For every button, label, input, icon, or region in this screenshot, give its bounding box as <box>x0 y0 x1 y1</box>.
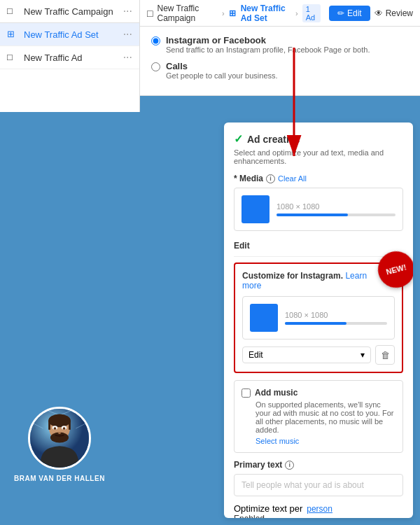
campaign-icon: □ <box>7 6 18 17</box>
sidebar-campaign-label: New Traffic Campaign <box>24 6 113 17</box>
breadcrumb-adset: ⊞ New Traffic Ad Set <box>229 4 291 23</box>
customize-progress-bar <box>285 322 387 325</box>
adset-more-button[interactable]: ··· <box>123 29 132 40</box>
sidebar-ad-label: New Traffic Ad <box>24 52 83 63</box>
sidebar-item-ad[interactable]: □ New Traffic Ad ··· <box>0 46 139 69</box>
calls-radio-desc: Get people to call your business. <box>166 71 278 80</box>
adset-icon-breadcrumb: ⊞ <box>229 8 236 18</box>
avatar-name: BRAM VAN DER HALLEN <box>14 474 105 483</box>
svg-point-14 <box>54 427 57 430</box>
customize-media-dimensions: 1080 × 1080 <box>285 311 387 319</box>
avatar-silhouette-svg <box>30 407 89 470</box>
trash-icon: 🗑 <box>381 350 390 360</box>
top-bar: □ New Traffic Campaign › ⊞ New Traffic A… <box>140 0 420 27</box>
instagram-radio-desc: Send traffic to an Instagram profile, Fa… <box>166 46 370 54</box>
primary-text-label: Primary text i <box>234 460 403 470</box>
media-progress-fill <box>276 214 348 216</box>
optimize-row: Optimize text per person <box>234 503 403 514</box>
media-thumbnail <box>241 195 270 223</box>
optimize-text-label: Optimize text per <box>234 503 302 514</box>
campaign-more-button[interactable]: ··· <box>123 6 132 17</box>
primary-text-input[interactable]: Tell people what your ad is about <box>234 474 403 496</box>
primary-text-info-icon: i <box>285 461 294 470</box>
svg-point-8 <box>48 414 71 427</box>
instagram-radio-label: Instagram or Facebook <box>166 35 370 46</box>
eye-icon: 👁 <box>374 8 383 18</box>
optimize-person-link[interactable]: person <box>307 504 332 514</box>
calls-radio-label: Calls <box>166 61 278 71</box>
sidebar-adset-label: New Traffic Ad Set <box>24 29 99 40</box>
ad-icon: □ <box>7 52 18 63</box>
review-button[interactable]: 👁 Review <box>374 8 413 18</box>
sidebar-item-campaign[interactable]: □ New Traffic Campaign ··· <box>0 0 139 23</box>
customize-media-box: 1080 × 1080 <box>242 296 395 340</box>
add-music-checkbox[interactable] <box>241 388 251 398</box>
avatar-image <box>28 407 91 470</box>
instagram-radio[interactable] <box>151 36 160 46</box>
divider-1 <box>234 256 403 257</box>
music-description: On supported placements, we'll sync your… <box>241 400 396 434</box>
clear-all-button[interactable]: Clear All <box>278 174 307 183</box>
edit-dropdown[interactable]: Edit ▾ <box>242 346 371 363</box>
media-progress-bar <box>276 214 396 216</box>
breadcrumb-arrow-1: › <box>222 9 225 18</box>
trash-button[interactable]: 🗑 <box>375 345 395 365</box>
adset-icon: ⊞ <box>7 29 18 40</box>
dropdown-chevron: ▾ <box>360 350 365 360</box>
add-music-section: Add music On supported placements, we'll… <box>234 380 403 453</box>
card-section-title: ✓ Ad creative <box>234 132 403 146</box>
media-box: 1080 × 1080 <box>234 188 403 231</box>
media-info: 1080 × 1080 <box>276 202 396 216</box>
add-music-label[interactable]: Add music <box>255 388 298 398</box>
customize-progress-fill <box>285 322 346 325</box>
breadcrumb-arrow-2: › <box>295 9 298 18</box>
svg-rect-10 <box>69 421 71 430</box>
avatar-face <box>30 409 89 468</box>
svg-point-15 <box>63 427 66 430</box>
media-field-label: * Media i Clear All <box>234 174 403 183</box>
calls-radio[interactable] <box>151 62 160 71</box>
customize-header: Customize for Instagram. Learn more ∧ <box>242 271 395 290</box>
edit-button[interactable]: ✏ Edit <box>329 6 370 21</box>
optimize-enabled-text: Enabled <box>234 514 403 518</box>
optimize-section: Optimize text per person Enabled <box>234 503 403 518</box>
right-panel-options: Instagram or Facebook Send traffic to an… <box>140 27 420 96</box>
svg-point-16 <box>58 432 61 434</box>
media-info-icon: i <box>266 174 275 183</box>
ad-count-badge: 1 Ad <box>302 4 321 22</box>
media-dimensions: 1080 × 1080 <box>276 202 396 211</box>
ad-creative-card: ✓ Ad creative Select and optimize your a… <box>224 122 413 518</box>
breadcrumb-icon: □ <box>147 8 153 19</box>
card-section-desc: Select and optimize your ad text, media … <box>234 148 403 165</box>
breadcrumb-campaign: New Traffic Campaign <box>157 4 217 23</box>
avatar-container: BRAM VAN DER HALLEN <box>14 407 105 483</box>
ad-more-button[interactable]: ··· <box>123 52 132 63</box>
customize-title: Customize for Instagram. Learn more <box>242 271 388 290</box>
primary-text-section: Primary text i Tell people what your ad … <box>234 460 403 496</box>
customize-instagram-section: NEW! Customize for Instagram. Learn more… <box>234 262 403 373</box>
media-action-row: Edit ▾ 🗑 <box>242 345 395 365</box>
svg-rect-9 <box>48 421 50 430</box>
main-content: BRAM VAN DER HALLEN ✓ Ad creative Select… <box>0 112 420 525</box>
customize-media-info: 1080 × 1080 <box>285 311 387 325</box>
calls-radio-option[interactable]: Calls Get people to call your business. <box>151 61 409 80</box>
customize-media-thumbnail <box>250 304 278 332</box>
sidebar-item-adset[interactable]: ⊞ New Traffic Ad Set ··· <box>0 23 139 46</box>
add-music-row: Add music <box>241 388 396 398</box>
instagram-radio-option[interactable]: Instagram or Facebook Send traffic to an… <box>151 35 409 54</box>
pencil-icon: ✏ <box>337 8 344 18</box>
select-music-link[interactable]: Select music <box>241 437 396 445</box>
media-edit-link[interactable]: Edit <box>234 241 250 251</box>
check-icon: ✓ <box>234 132 243 146</box>
